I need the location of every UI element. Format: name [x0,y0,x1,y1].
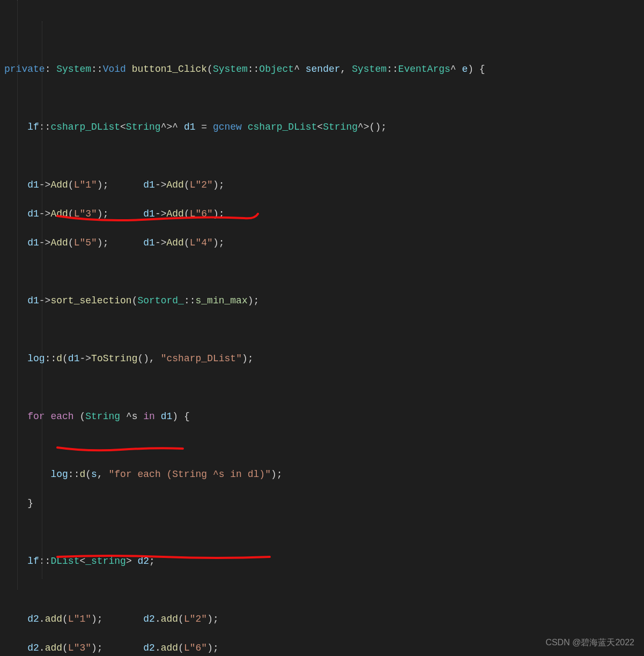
code-line: log::d(s, "for each (String ^s in dl)"); [4,467,644,482]
code-line: d2.add(L"1"); d2.add(L"2"); [4,612,644,627]
code-line: } [4,496,644,511]
code-line: private: System::Void button1_Click(Syst… [4,62,644,77]
code-line: lf::DList<_string> d2; [4,554,644,569]
code-editor: private: System::Void button1_Click(Syst… [0,0,644,656]
code-line: d1->Add(L"5"); d1->Add(L"4"); [4,236,644,250]
code-line: log::d(d1->ToString(), "csharp_DList"); [4,352,644,366]
code-line: d1->Add(L"1"); d1->Add(L"2"); [4,178,644,192]
indent-guide [42,21,42,579]
code-line: d1->Add(L"3"); d1->Add(L"6"); [4,207,644,221]
code-line: d1->sort_selection(Sortord_::s_min_max); [4,294,644,308]
code-line: lf::csharp_DList<String^>^ d1 = gcnew cs… [4,120,644,135]
watermark: CSDN @碧海蓝天2022 [545,635,634,650]
code-line: for each (String ^s in d1) { [4,409,644,424]
indent-guide [17,0,18,590]
